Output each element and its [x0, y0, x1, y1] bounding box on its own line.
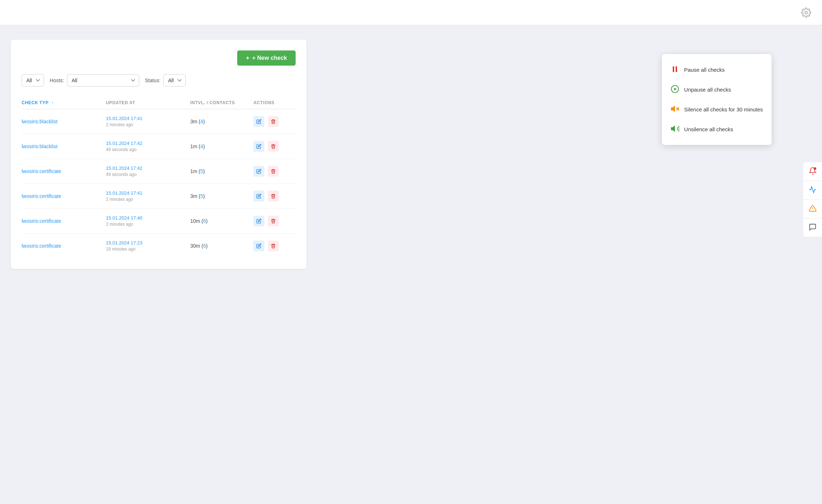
table-row: lwosiris:certificate 15.01.2024 17:42 49…	[22, 159, 296, 184]
table-row: lwosiris:blacklist 15.01.2024 17:42 49 s…	[22, 134, 296, 159]
silence-label: Silence all checks for 30 minutes	[684, 106, 763, 112]
delete-button[interactable]	[268, 141, 279, 152]
updated-at-cell: 15.01.2024 17:41 2 minutes ago	[106, 116, 190, 127]
contacts-link[interactable]: 5	[200, 168, 203, 174]
unpause-icon	[671, 85, 679, 94]
check-type-link[interactable]: lwosiris:certificate	[22, 243, 61, 249]
svg-point-0	[805, 11, 808, 14]
table-header: CHECK TYP ↑ UPDATED AT INTVL. / CONTACTS…	[22, 97, 296, 109]
actions-cell	[253, 191, 296, 202]
contacts-link[interactable]: 4	[200, 119, 203, 124]
status-filter-group: Status: All	[145, 74, 186, 87]
updated-at-cell: 15.01.2024 17:42 49 seconds ago	[106, 165, 190, 177]
check-type-cell: lwosiris:certificate	[22, 243, 106, 249]
right-sidebar	[803, 162, 822, 237]
updated-ago: 49 seconds ago	[106, 147, 190, 152]
plus-icon: +	[246, 55, 249, 61]
interval-cell: 1m (5)	[190, 168, 253, 174]
svg-marker-5	[671, 106, 675, 111]
hosts-filter-group: Hosts: All	[50, 74, 139, 87]
content-card: + + New check All Hosts: All Status: All	[11, 40, 306, 269]
table-row: lwosiris:certificate 15.01.2024 17:23 19…	[22, 234, 296, 258]
updated-ago: 2 minutes ago	[106, 122, 190, 127]
warning-icon	[809, 204, 817, 213]
sidebar-message-button[interactable]	[803, 218, 822, 237]
updated-date: 15.01.2024 17:40	[106, 215, 190, 221]
unsilence-icon	[671, 124, 679, 134]
check-type-cell: lwosiris:certificate	[22, 218, 106, 224]
edit-button[interactable]	[253, 216, 264, 226]
type-filter-select[interactable]: All	[22, 74, 44, 87]
chart-icon	[809, 186, 817, 195]
actions-cell	[253, 116, 296, 127]
table-row: lwosiris:certificate 15.01.2024 17:40 2 …	[22, 209, 296, 234]
sidebar-warning-button[interactable]	[803, 200, 822, 218]
svg-marker-4	[674, 88, 677, 90]
svg-marker-8	[671, 126, 675, 131]
edit-button[interactable]	[253, 191, 264, 202]
updated-ago: 2 minutes ago	[106, 197, 190, 202]
check-type-cell: lwosiris:blacklist	[22, 118, 106, 125]
check-type-cell: lwosiris:certificate	[22, 168, 106, 174]
svg-point-9	[814, 167, 816, 170]
table-body: lwosiris:blacklist 15.01.2024 17:41 2 mi…	[22, 109, 296, 258]
dropdown-item-unsilence[interactable]: Unsilence all checks	[662, 119, 772, 139]
contacts-link[interactable]: 4	[200, 143, 203, 149]
check-type-link[interactable]: lwosiris:certificate	[22, 168, 61, 174]
col-interval[interactable]: INTVL. / CONTACTS	[190, 100, 253, 105]
check-type-cell: lwosiris:blacklist	[22, 143, 106, 150]
silence-icon	[671, 105, 679, 114]
actions-cell	[253, 141, 296, 152]
check-type-link[interactable]: lwosiris:certificate	[22, 218, 61, 224]
sidebar-chart-button[interactable]	[803, 181, 822, 200]
check-type-link[interactable]: lwosiris:certificate	[22, 193, 61, 199]
main-content: + + New check All Hosts: All Status: All	[0, 25, 822, 504]
status-filter-select[interactable]: All	[163, 74, 186, 87]
col-check-type[interactable]: CHECK TYP ↑	[22, 100, 106, 105]
unsilence-label: Unsilence all checks	[684, 126, 733, 132]
pause-icon	[671, 65, 679, 75]
updated-ago: 2 minutes ago	[106, 222, 190, 227]
check-type-cell: lwosiris:certificate	[22, 193, 106, 199]
interval-cell: 10m (6)	[190, 218, 253, 224]
updated-at-cell: 15.01.2024 17:41 2 minutes ago	[106, 190, 190, 202]
col-actions: ACTIONS	[253, 100, 296, 105]
delete-button[interactable]	[268, 191, 279, 202]
edit-button[interactable]	[253, 240, 264, 251]
updated-at-cell: 15.01.2024 17:40 2 minutes ago	[106, 215, 190, 227]
updated-at-cell: 15.01.2024 17:42 49 seconds ago	[106, 141, 190, 152]
delete-button[interactable]	[268, 240, 279, 251]
delete-button[interactable]	[268, 216, 279, 226]
edit-button[interactable]	[253, 166, 264, 177]
gear-icon[interactable]	[801, 8, 811, 18]
dropdown-menu: Pause all checks Unpause all checks Sile…	[662, 54, 772, 145]
col-updated-at[interactable]: UPDATED AT	[106, 100, 190, 105]
check-type-link[interactable]: lwosiris:blacklist	[22, 143, 58, 149]
new-check-button[interactable]: + + New check	[237, 50, 296, 66]
contacts-link[interactable]: 6	[203, 218, 206, 224]
updated-date: 15.01.2024 17:42	[106, 165, 190, 171]
updated-at-cell: 15.01.2024 17:23 19 minutes ago	[106, 240, 190, 252]
edit-button[interactable]	[253, 141, 264, 152]
dropdown-item-unpause[interactable]: Unpause all checks	[662, 80, 772, 100]
dropdown-item-silence[interactable]: Silence all checks for 30 minutes	[662, 100, 772, 119]
status-label: Status:	[145, 78, 161, 83]
hosts-label: Hosts:	[50, 78, 64, 83]
dropdown-item-pause[interactable]: Pause all checks	[662, 60, 772, 80]
edit-button[interactable]	[253, 116, 264, 127]
contacts-link[interactable]: 6	[203, 243, 206, 249]
interval-cell: 1m (4)	[190, 143, 253, 149]
hosts-filter-select[interactable]: All	[67, 74, 139, 87]
check-type-link[interactable]: lwosiris:blacklist	[22, 119, 58, 124]
table-row: lwosiris:blacklist 15.01.2024 17:41 2 mi…	[22, 109, 296, 134]
updated-date: 15.01.2024 17:23	[106, 240, 190, 246]
table-row: lwosiris:certificate 15.01.2024 17:41 2 …	[22, 184, 296, 209]
svg-rect-2	[676, 66, 677, 72]
alerts-icon	[809, 167, 817, 176]
delete-button[interactable]	[268, 116, 279, 127]
delete-button[interactable]	[268, 166, 279, 177]
updated-date: 15.01.2024 17:42	[106, 141, 190, 146]
sidebar-alerts-button[interactable]	[803, 162, 822, 181]
contacts-link[interactable]: 5	[200, 193, 203, 199]
new-check-label: + New check	[252, 55, 287, 61]
